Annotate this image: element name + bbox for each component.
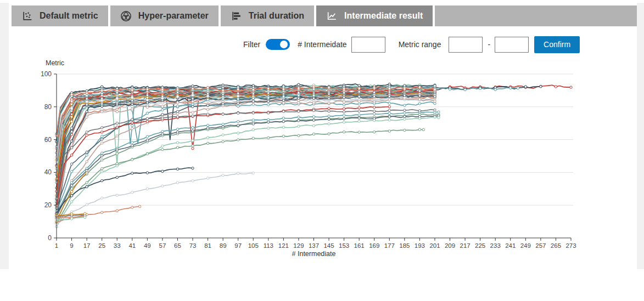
line-chart-icon (326, 10, 338, 22)
svg-text:49: 49 (144, 242, 151, 249)
tab-trial-duration[interactable]: Trial duration (221, 5, 314, 26)
metric-range-label: Metric range (399, 40, 441, 49)
tab-bar-filler (435, 5, 637, 26)
trial-markers-trial-41 (55, 115, 440, 217)
svg-text:41: 41 (128, 242, 136, 249)
svg-text:233: 233 (490, 242, 501, 249)
svg-text:153: 153 (339, 242, 349, 249)
svg-text:20: 20 (44, 201, 52, 209)
svg-text:257: 257 (535, 242, 546, 249)
toggle-knob (280, 41, 288, 48)
svg-text:137: 137 (309, 242, 319, 249)
svg-text:273: 273 (565, 242, 576, 249)
svg-text:100: 100 (41, 70, 52, 78)
trial-markers-trial-46 (55, 167, 194, 215)
scatter-chart-icon (21, 10, 33, 22)
trial-markers-trial-44 (55, 106, 391, 207)
tab-label: Default metric (40, 11, 98, 21)
intermediate-result-chart[interactable]: 0204060801001917253341495765738189971051… (9, 58, 637, 269)
svg-text:105: 105 (248, 242, 259, 249)
tab-label: Hyper-parameter (138, 11, 209, 21)
svg-text:201: 201 (429, 242, 440, 249)
svg-text:9: 9 (70, 242, 73, 249)
tab-label: Intermediate result (344, 11, 423, 21)
tab-intermediate-result[interactable]: Intermediate result (316, 5, 433, 26)
y-axis-title: Metric (46, 59, 64, 67)
svg-text:161: 161 (354, 242, 365, 249)
confirm-button[interactable]: Confirm (534, 36, 580, 53)
svg-text:209: 209 (445, 242, 455, 249)
svg-text:129: 129 (293, 242, 304, 249)
filter-toolbar: Filter # Intermeidate Metric range - Con… (243, 35, 580, 54)
trial-markers-trial-39 (55, 113, 440, 223)
venn-circles-icon (120, 10, 132, 22)
trial-markers-trial-45 (55, 109, 436, 200)
trial-markers-trial-40 (55, 111, 440, 216)
svg-text:145: 145 (323, 242, 334, 249)
metric-max-input[interactable] (495, 37, 529, 53)
bar-chart-icon (231, 10, 242, 22)
svg-text:225: 225 (475, 242, 485, 249)
svg-text:65: 65 (174, 242, 181, 249)
svg-text:217: 217 (460, 242, 470, 249)
intermediate-count-input[interactable] (351, 37, 385, 53)
svg-text:17: 17 (83, 242, 91, 249)
trial-markers-trial-29 (55, 93, 436, 219)
svg-text:89: 89 (220, 242, 227, 249)
trial-line-trial-43 (57, 129, 423, 223)
svg-text:73: 73 (189, 242, 197, 249)
svg-text:113: 113 (264, 242, 273, 249)
svg-text:1: 1 (55, 242, 58, 249)
tab-label: Trial duration (249, 11, 304, 21)
svg-text:169: 169 (369, 242, 379, 249)
view-tab-bar: Default metricHyper-parameterTrial durat… (12, 5, 637, 26)
svg-text:0: 0 (48, 234, 52, 242)
svg-text:97: 97 (234, 242, 242, 249)
range-separator: - (488, 40, 490, 49)
trial-line-trial-12 (57, 92, 435, 202)
svg-text:265: 265 (551, 242, 561, 249)
trial-line-trial-44 (57, 107, 389, 206)
trial-line-trial-18 (57, 92, 435, 182)
svg-text:40: 40 (44, 168, 52, 176)
svg-text:60: 60 (44, 136, 52, 144)
svg-text:121: 121 (278, 242, 289, 249)
trial-line-trial-42 (57, 117, 439, 227)
svg-text:57: 57 (159, 242, 166, 249)
svg-text:177: 177 (384, 242, 395, 249)
trial-line-trial-45 (57, 110, 435, 198)
trial-line-trial-31 (57, 93, 435, 179)
svg-text:193: 193 (415, 242, 425, 249)
svg-text:25: 25 (98, 242, 105, 249)
chart-canvas[interactable]: 0204060801001917253341495765738189971051… (9, 58, 637, 269)
nni-dashboard-page: Default metricHyper-parameterTrial durat… (0, 0, 644, 301)
svg-text:80: 80 (44, 103, 52, 111)
tab-default-metric[interactable]: Default metric (12, 5, 108, 26)
filter-label: Filter (243, 40, 260, 49)
filter-toggle[interactable] (266, 39, 290, 50)
content-card: Default metricHyper-parameterTrial durat… (9, 3, 637, 269)
svg-text:81: 81 (204, 242, 211, 249)
page-frame: Default metricHyper-parameterTrial durat… (0, 3, 644, 269)
trial-markers-trial-15 (55, 100, 436, 208)
svg-text:185: 185 (399, 242, 410, 249)
svg-text:249: 249 (520, 242, 531, 249)
trial-markers-trial-43 (55, 128, 425, 224)
metric-min-input[interactable] (449, 37, 483, 53)
tab-hyper-parameter[interactable]: Hyper-parameter (110, 5, 219, 26)
x-axis-title: # Intermediate (292, 250, 336, 258)
intermediate-count-label: # Intermeidate (298, 40, 347, 49)
trial-markers-trial-25 (55, 96, 436, 223)
trial-line-trial-09 (57, 90, 435, 175)
svg-text:33: 33 (114, 242, 121, 249)
trial-markers-trial-32 (55, 98, 436, 212)
svg-text:241: 241 (505, 242, 516, 249)
